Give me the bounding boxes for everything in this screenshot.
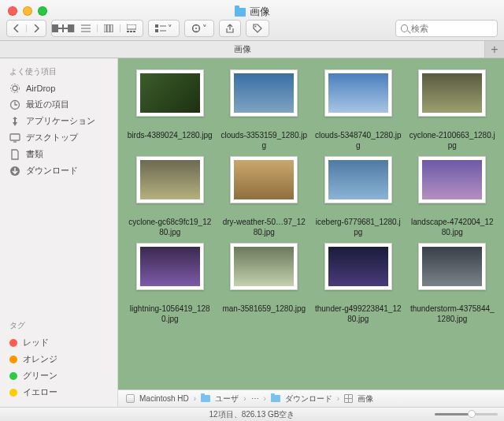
file-name-label: clouds-3353159_1280.jpg [220,131,307,151]
path-bar: Macintosh HD › ユーザ › ⋯ › ダウンロード › 画像 [118,389,504,407]
path-seg[interactable]: ユーザ [215,393,239,404]
view-list[interactable] [74,24,97,32]
sidebar-item-label: 最近の項目 [26,99,69,110]
action-menu[interactable]: ˅ [184,20,214,37]
sidebar-item-label: 書類 [26,148,43,160]
tag-dot-icon [9,372,17,380]
search-icon [401,24,408,32]
view-columns[interactable] [97,24,120,32]
file-name-label: cyclone-gc68c9fc19_1280.jpg [127,218,213,238]
path-ellipsis[interactable]: ⋯ [251,394,259,403]
file-name-label: cyclone-2100663_1280.jpg [409,131,495,151]
tags-button[interactable] [246,20,269,37]
folder-icon [271,395,280,402]
file-thumbnail [230,69,298,117]
group-button[interactable]: ˅ [149,24,179,34]
sidebar-item-label: グリーン [23,370,57,382]
svg-rect-11 [127,31,129,32]
sidebar-item-documents[interactable]: 書類 [0,146,117,162]
sidebar-item-label: ダウンロード [26,165,78,177]
sidebar-header-favorites: よく使う項目 [0,65,117,80]
airdrop-icon [9,83,20,94]
svg-rect-2 [58,29,62,32]
folder-icon [201,395,210,402]
sidebar-tag[interactable]: レッド [0,334,117,351]
icon-grid: birds-4389024_1280.jpgclouds-3353159_128… [124,69,498,325]
tag-dot-icon [9,356,17,363]
file-item[interactable]: clouds-3353159_1280.jpg [219,69,310,151]
applications-icon [9,116,20,127]
tag-dot-icon [9,389,17,397]
file-item[interactable]: thunderstorm-4375844_1280.jpg [407,243,498,325]
nav-forward[interactable] [26,24,46,32]
status-bar: 12項目、826.13 GB空き [0,407,504,421]
sidebar-item-desktop[interactable]: デスクトップ [0,129,117,146]
svg-rect-3 [64,29,68,32]
downloads-icon [9,166,20,177]
file-name-label: dry-weather-50…97_1280.jpg [220,218,307,238]
file-name-label: landscape-4742004_1280.jpg [409,218,495,238]
svg-rect-9 [110,24,113,32]
file-item[interactable]: cyclone-2100663_1280.jpg [407,69,498,151]
file-name-label: clouds-5348740_1280.jpg [315,131,402,151]
file-item[interactable]: clouds-5348740_1280.jpg [313,69,404,151]
file-thumbnail [324,243,392,290]
svg-point-25 [13,86,17,91]
sidebar-item-airdrop[interactable]: AirDrop [0,80,117,96]
file-thumbnail [418,69,486,117]
nav-back-forward [6,20,46,37]
svg-point-26 [11,84,20,93]
path-seg[interactable]: ダウンロード [285,393,332,404]
file-item[interactable]: dry-weather-50…97_1280.jpg [219,156,310,238]
sidebar-header-tags: タグ [0,319,117,334]
svg-point-19 [195,28,197,29]
file-thumbnail [324,69,392,117]
window-title: 画像 [0,5,504,19]
file-thumbnail [136,69,204,117]
sidebar-item-label: AirDrop [26,84,55,93]
svg-rect-15 [155,29,158,32]
svg-point-24 [255,26,257,28]
file-item[interactable]: birds-4389024_1280.jpg [124,69,216,151]
path-seg[interactable]: Macintosh HD [139,394,189,403]
svg-rect-14 [155,24,158,28]
view-gallery[interactable] [120,24,143,32]
window-title-text: 画像 [250,5,270,19]
sidebar: よく使う項目 AirDrop最近の項目アプリケーションデスクトップ書類ダウンロー… [0,58,118,407]
file-name-label: iceberg-6779681_1280.jpg [315,218,402,238]
icon-grid-scroll[interactable]: birds-4389024_1280.jpgclouds-3353159_128… [118,58,504,389]
file-item[interactable]: man-3581659_1280.jpg [219,243,310,325]
sidebar-tag[interactable]: イエロー [0,384,117,401]
sidebar-item-label: デスクトップ [26,132,78,143]
share-button[interactable] [219,20,241,37]
svg-rect-1 [64,24,68,28]
file-item[interactable]: thunder-g499223841_1280.jpg [313,243,404,325]
file-item[interactable]: lightning-1056419_1280.jpg [124,243,216,325]
file-name-label: thunder-g499223841_1280.jpg [315,304,402,325]
sidebar-item-label: レッド [23,337,49,348]
zoom-slider[interactable] [435,410,498,418]
view-switcher [51,20,143,37]
svg-rect-28 [10,134,20,140]
file-item[interactable]: cyclone-gc68c9fc19_1280.jpg [124,156,216,238]
toolbar: ˅ ˅ [6,19,498,38]
file-item[interactable]: landscape-4742004_1280.jpg [407,156,498,238]
search-field[interactable] [395,20,498,37]
view-icons[interactable] [52,24,74,32]
file-thumbnail [136,156,204,203]
svg-rect-13 [133,31,135,32]
sidebar-item-downloads[interactable]: ダウンロード [0,162,117,179]
sidebar-tag[interactable]: オレンジ [0,351,117,367]
nav-back[interactable] [7,24,26,32]
new-tab-button[interactable]: + [485,41,504,58]
tab-active[interactable]: 画像 [0,41,485,58]
file-name-label: birds-4389024_1280.jpg [128,131,213,151]
sidebar-item-applications[interactable]: アプリケーション [0,113,117,129]
sidebar-tag[interactable]: グリーン [0,367,117,384]
path-seg[interactable]: 画像 [358,393,373,404]
svg-rect-12 [130,31,132,32]
search-input[interactable] [411,24,492,33]
sidebar-item-recents[interactable]: 最近の項目 [0,96,117,113]
group-arrange: ˅ [148,20,180,37]
file-item[interactable]: iceberg-6779681_1280.jpg [313,156,404,238]
